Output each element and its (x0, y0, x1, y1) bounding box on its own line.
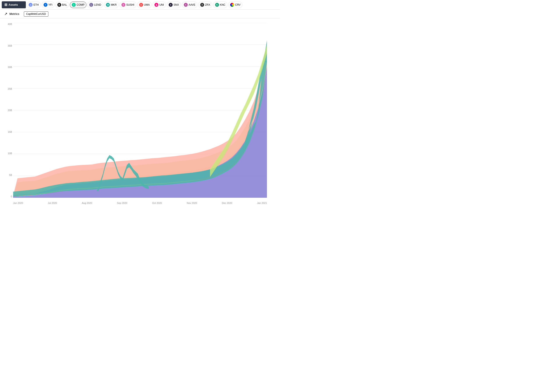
eth-label: ETH (34, 3, 39, 6)
asset-tab-knc[interactable]: K KNC (213, 1, 227, 8)
metrics-bar: ↗ Metrics CapMrktCurUSD (0, 10, 280, 18)
y-label-40b: 40B (2, 23, 12, 25)
x-label-jan2021: Jan 2021 (257, 202, 267, 204)
uma-icon: U (139, 3, 143, 7)
aave-icon: A (184, 3, 188, 7)
mkr-icon: M (106, 3, 110, 7)
yfi-label: YFI (48, 3, 53, 6)
metrics-label: Metrics (9, 12, 20, 15)
uni-icon: 🦄 (154, 3, 158, 7)
mkr-label: MKR (111, 3, 117, 6)
asset-tab-uma[interactable]: U UMA (137, 1, 152, 8)
crv-label: CRV (235, 3, 240, 6)
eth-icon: Ξ (29, 3, 33, 7)
snx-label: SNX (173, 3, 179, 6)
y-label-25b: 25B (2, 88, 12, 90)
asset-tab-lend[interactable]: L LEND (87, 1, 103, 8)
x-label-aug2020: Aug 2020 (82, 202, 92, 204)
asset-tab-snx[interactable]: S SNX (167, 1, 181, 8)
x-label-oct2020: Oct 2020 (152, 202, 162, 204)
layers-icon: ⊞ (4, 3, 7, 7)
snx-icon: S (169, 3, 173, 7)
crv-icon: C (230, 3, 234, 7)
y-label-30b: 30B (2, 66, 12, 68)
trend-up-icon: ↗ (4, 12, 7, 16)
assets-button[interactable]: ⊞ Assets (2, 1, 26, 8)
x-label-dec2020: Dec 2020 (222, 202, 232, 204)
metrics-button[interactable]: ↗ Metrics (2, 11, 22, 18)
bal-label: BAL (62, 3, 67, 6)
y-label-15b: 15B (2, 131, 12, 133)
metric-tag-capmrkt[interactable]: CapMrktCurUSD (24, 11, 48, 17)
assets-bar: ⊞ Assets Ξ ETH Y YFI B BAL C COMP L LEND… (0, 0, 280, 10)
chart-area: 0 5B 10B 15B 20B 25B 30B 35B 40B (0, 18, 280, 207)
y-label-5b: 5B (2, 174, 12, 176)
knc-label: KNC (220, 3, 225, 6)
asset-tab-comp[interactable]: C COMP (70, 1, 86, 8)
asset-tab-sushi[interactable]: S SUSHI (119, 1, 136, 8)
x-label-jun2020: Jun 2020 (13, 202, 23, 204)
asset-tab-crv[interactable]: C CRV (228, 1, 242, 8)
asset-tab-uni[interactable]: 🦄 UNI (152, 1, 166, 8)
lend-label: LEND (94, 3, 101, 6)
y-label-10b: 10B (2, 152, 12, 155)
bal-icon: B (57, 3, 61, 7)
assets-label: Assets (8, 3, 18, 6)
zrx-icon: 0 (200, 3, 204, 7)
sushi-label: SUSHI (126, 3, 134, 6)
aave-label: AAVE (189, 3, 195, 6)
comp-icon: C (72, 3, 76, 7)
x-label-nov2020: Nov 2020 (187, 202, 197, 204)
yfi-icon: Y (44, 3, 48, 7)
uma-label: UMA (144, 3, 150, 6)
y-axis: 0 5B 10B 15B 20B 25B 30B 35B 40B (2, 23, 12, 198)
uni-label: UNI (159, 3, 164, 6)
stacked-area-chart (13, 23, 267, 198)
asset-tab-zrx[interactable]: 0 ZRX (198, 1, 212, 8)
x-label-jul2020: Jul 2020 (48, 202, 57, 204)
asset-tab-aave[interactable]: A AAVE (182, 1, 197, 8)
metric-tag-label: CapMrktCurUSD (26, 13, 46, 15)
asset-tab-bal[interactable]: B BAL (55, 1, 69, 8)
y-label-35b: 35B (2, 44, 12, 47)
y-label-20b: 20B (2, 109, 12, 112)
asset-tab-yfi[interactable]: Y YFI (41, 1, 55, 8)
lend-icon: L (89, 3, 93, 7)
asset-tab-eth[interactable]: Ξ ETH (27, 1, 41, 8)
zrx-label: ZRX (205, 3, 210, 6)
x-label-sep2020: Sep 2020 (117, 202, 127, 204)
asset-tab-mkr[interactable]: M MKR (104, 1, 119, 8)
y-label-0: 0 (2, 195, 12, 198)
sushi-icon: S (121, 3, 125, 7)
chart-svg (13, 23, 267, 198)
comp-label: COMP (77, 3, 84, 6)
knc-icon: K (215, 3, 219, 7)
x-axis: Jun 2020 Jul 2020 Aug 2020 Sep 2020 Oct … (13, 202, 267, 204)
